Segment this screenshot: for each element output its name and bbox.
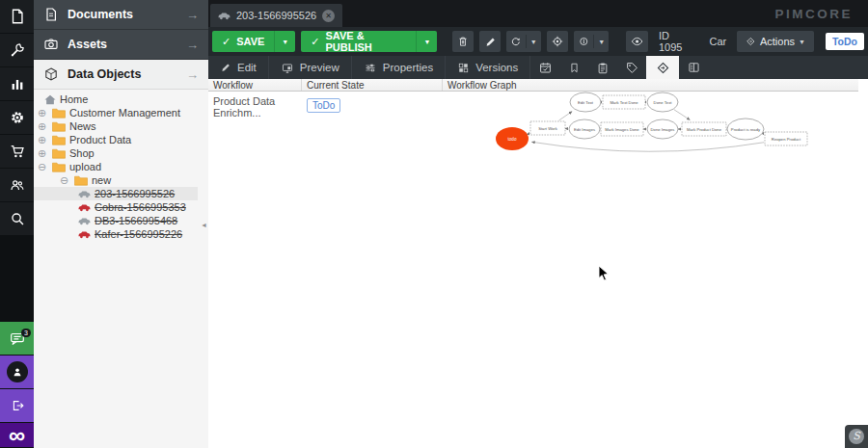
accordion-assets[interactable]: Assets → [34, 30, 208, 60]
save-dropdown[interactable]: ▼ [274, 31, 295, 52]
tab-dependencies[interactable] [559, 56, 588, 79]
workflow-edge [559, 112, 572, 120]
arrow-right-icon: → [186, 67, 199, 82]
current-state-cell: ToDo [302, 92, 443, 159]
info-dropdown-icon[interactable]: ▼ [598, 39, 605, 45]
current-state-badge: ToDo [307, 98, 340, 113]
expander-icon[interactable]: ⊕ [38, 135, 48, 145]
pimcore-logo: PIMCORE [774, 7, 853, 21]
tree-item-label: Product Data [69, 134, 131, 145]
grid-header-current-state[interactable]: Current State [302, 79, 443, 91]
bookmark-icon [568, 61, 581, 75]
tab-bar: 203-1566995526 ✕ PIMCORE [208, 0, 868, 27]
accordion-data-objects[interactable]: Data Objects → [34, 60, 208, 90]
expander-icon[interactable]: ⊖ [38, 162, 48, 172]
reload-dropdown-icon[interactable]: ▼ [530, 39, 537, 45]
account-icon[interactable] [0, 356, 34, 389]
tree-item[interactable]: Kafer-1566995226 [34, 227, 208, 241]
reports-icon[interactable] [0, 67, 34, 101]
tree-item-label: Kafer-1566995226 [95, 228, 182, 240]
notification-badge: 3 [21, 329, 31, 337]
workflow-edge [532, 142, 764, 151]
folder-icon [74, 175, 88, 186]
workflow-node-label: Reopen Product [772, 137, 801, 142]
users-icon[interactable] [0, 169, 34, 202]
accordion-documents-label: Documents [68, 8, 133, 21]
tab-tags[interactable] [617, 56, 646, 79]
expander-icon[interactable]: ⊕ [38, 148, 48, 159]
tab-schedule[interactable] [530, 56, 559, 79]
tree-item[interactable]: ⊕ Shop [34, 146, 208, 160]
debug-badge[interactable]: S [845, 425, 868, 448]
workflow-name-cell: Product Data Enrichm... [208, 92, 302, 159]
logout-icon[interactable] [0, 389, 34, 423]
tab-notes[interactable] [588, 56, 617, 79]
actions-dropdown-icon: ▼ [799, 39, 805, 45]
grid-header-workflow-graph[interactable]: Workflow Graph [443, 79, 858, 91]
save-publish-button[interactable]: ✓SAVE & PUBLISH ▼ [301, 31, 437, 52]
tree-item[interactable]: ⊕ Customer Management [34, 106, 208, 119]
tree-item[interactable]: ⊖ upload [34, 160, 208, 173]
pimcore-infinity-logo[interactable]: ∞ [0, 423, 34, 448]
tab-preview[interactable]: Preview [269, 56, 352, 79]
locate-in-tree-button[interactable] [547, 31, 568, 52]
workflow-node-label: Done Text [654, 100, 673, 105]
avatar [7, 361, 28, 382]
reload-button[interactable]: ▼ [506, 31, 540, 52]
tab-versions[interactable]: Versions [446, 56, 530, 79]
tab-properties-label: Properties [383, 62, 433, 73]
panel-collapse-icon[interactable]: ◄ [201, 222, 207, 228]
icon-rail: 3 ∞ [0, 0, 34, 448]
tab-edit[interactable]: Edit [208, 56, 269, 79]
tools-icon[interactable] [0, 34, 34, 67]
workflow-node-label: Done Images [651, 127, 675, 132]
expander-icon[interactable]: ⊕ [38, 121, 48, 132]
clipboard-icon [596, 61, 610, 75]
folder-icon [52, 135, 66, 145]
expander-icon[interactable]: ⊕ [38, 108, 48, 119]
tree-item[interactable]: ⊕ Product Data [34, 133, 208, 146]
accordion-documents[interactable]: Documents → [34, 0, 208, 30]
tree-item[interactable]: ⊕ News [34, 119, 208, 133]
save-button[interactable]: ✓SAVE ▼ [212, 31, 295, 52]
tab-reports[interactable] [679, 56, 708, 79]
delete-button[interactable] [452, 31, 474, 52]
eye-icon [630, 35, 644, 48]
expander-icon[interactable]: ⊖ [60, 175, 70, 186]
tree-item-label: Cobra-1566995353 [95, 201, 186, 213]
tree-item[interactable]: 203-1566995526 [34, 187, 198, 200]
tree-item[interactable]: Home [34, 92, 208, 106]
close-icon[interactable]: ✕ [322, 10, 335, 22]
tab-properties[interactable]: Properties [352, 56, 446, 79]
save-publish-dropdown[interactable]: ▼ [416, 31, 437, 52]
settings-gear-icon[interactable] [0, 101, 34, 135]
tree-item[interactable]: DB3-1566995468 [34, 214, 208, 227]
folder-icon [52, 148, 66, 159]
actions-button[interactable]: Actions ▼ [737, 31, 814, 52]
car-icon [78, 217, 91, 225]
preview-eye-button[interactable] [626, 31, 648, 52]
save-publish-label: SAVE & PUBLISH [326, 30, 407, 53]
folder-icon [52, 121, 66, 132]
file-icon[interactable] [0, 0, 34, 34]
accordion-assets-label: Assets [68, 38, 107, 51]
ecommerce-cart-icon[interactable] [0, 135, 34, 169]
object-tab[interactable]: 203-1566995526 ✕ [210, 4, 342, 27]
search-icon[interactable] [0, 202, 34, 236]
arrow-right-icon: → [186, 8, 199, 22]
tree-item-label: Shop [69, 147, 95, 159]
workflow-node-label: Edit Images [574, 127, 595, 132]
tag-icon [625, 61, 639, 75]
folder-icon [52, 108, 66, 119]
rail-spacer [0, 236, 34, 322]
tab-workflow[interactable] [646, 56, 679, 79]
tree-item[interactable]: ⊖ new [34, 173, 208, 187]
notifications-icon[interactable]: 3 [0, 322, 34, 356]
workflow-icon [656, 61, 670, 75]
info-button[interactable]: ▼ [574, 31, 609, 52]
grid-header-workflow[interactable]: Workflow [208, 79, 302, 91]
object-tabs: Edit Preview Properties Versions [208, 56, 868, 79]
tree-item-label: 203-1566995526 [95, 188, 175, 199]
tree-item[interactable]: Cobra-1566995353 [34, 200, 208, 214]
rename-button[interactable] [479, 31, 501, 52]
